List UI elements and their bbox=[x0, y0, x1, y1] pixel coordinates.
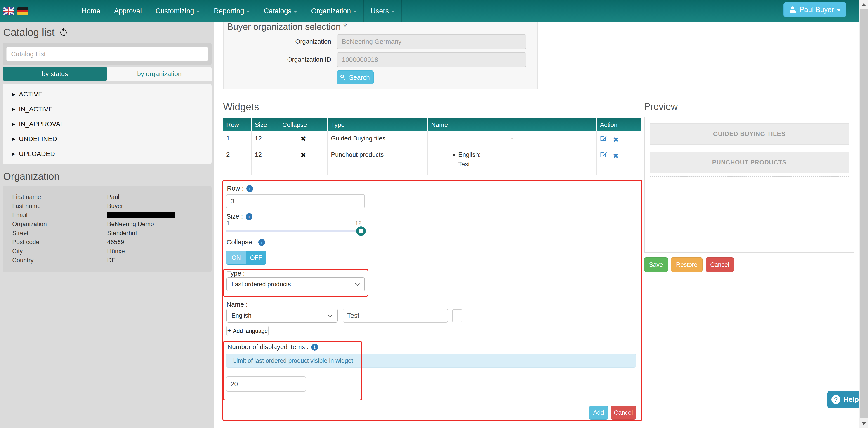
cell-action: ✖ bbox=[596, 147, 641, 175]
catalog-search-input[interactable] bbox=[6, 47, 208, 61]
buyer-organization-selection-panel: Buyer organization selection * Organizat… bbox=[223, 18, 538, 89]
info-icon[interactable]: i bbox=[246, 213, 252, 220]
edit-widget-button[interactable] bbox=[600, 135, 608, 144]
displayed-items-input[interactable]: 20 bbox=[226, 376, 306, 392]
org-row-post-code: Post code46569 bbox=[3, 238, 212, 246]
nav-items: Home Approval Customizing Reporting Cata… bbox=[74, 0, 402, 22]
save-button[interactable]: Save bbox=[644, 258, 668, 272]
table-row: 2 12 ✖ Punchout products English: Test ✖ bbox=[223, 147, 641, 175]
tab-by-status[interactable]: by status bbox=[3, 67, 107, 81]
nav-item-customizing[interactable]: Customizing bbox=[149, 0, 207, 22]
cell-name: English: Test bbox=[428, 147, 596, 175]
nav-item-approval[interactable]: Approval bbox=[107, 0, 149, 22]
size-slider-handle[interactable] bbox=[356, 226, 366, 236]
organization-label: Organization bbox=[223, 34, 331, 49]
name-language: English: bbox=[458, 151, 596, 158]
add-language-button[interactable]: + Add language bbox=[226, 326, 269, 336]
header-row: Row bbox=[223, 118, 251, 131]
caret-down-icon bbox=[837, 9, 841, 11]
german-flag-icon[interactable] bbox=[18, 7, 28, 15]
collapse-on-button[interactable]: ON bbox=[226, 251, 246, 264]
widgets-table: Row Size Collapse Type Name Action 1 12 … bbox=[223, 118, 641, 175]
preview-panel: GUIDED BUYING TILES PUNCHOUT PRODUCTS bbox=[644, 117, 854, 253]
remove-language-button[interactable]: − bbox=[452, 309, 463, 322]
cell-size: 12 bbox=[251, 131, 279, 147]
info-icon[interactable]: i bbox=[258, 239, 265, 246]
uk-flag-icon[interactable] bbox=[3, 7, 14, 15]
cell-row: 2 bbox=[223, 147, 251, 175]
redacted-email bbox=[107, 211, 176, 219]
caret-down-icon bbox=[246, 11, 250, 13]
scroll-down-button[interactable] bbox=[860, 419, 868, 428]
cell-size: 12 bbox=[251, 147, 279, 175]
arrow-up-icon bbox=[862, 3, 866, 6]
caret-down-icon bbox=[353, 11, 357, 13]
organization-panel: First namePaul Last nameBuyer Email Orga… bbox=[3, 186, 212, 272]
triangle-right-icon: ▶ bbox=[12, 106, 15, 112]
delete-widget-button[interactable]: ✖ bbox=[613, 136, 619, 144]
scroll-up-button[interactable] bbox=[860, 0, 868, 9]
restore-button[interactable]: Restore bbox=[671, 258, 703, 272]
caret-down-icon bbox=[293, 11, 297, 13]
org-row-city: CityHünxe bbox=[3, 246, 212, 256]
nav-item-organization[interactable]: Organization bbox=[304, 0, 364, 22]
language-select[interactable]: English bbox=[226, 308, 338, 323]
chevron-down-icon bbox=[328, 312, 333, 317]
caret-down-icon bbox=[196, 11, 200, 13]
header-type: Type bbox=[328, 118, 428, 131]
org-row-first-name: First namePaul bbox=[3, 192, 212, 201]
scrollbar-thumb[interactable] bbox=[860, 9, 868, 418]
header-name: Name bbox=[428, 118, 596, 131]
nav-item-catalogs[interactable]: Catalogs bbox=[257, 0, 304, 22]
status-item-in-active[interactable]: ▶IN_ACTIVE bbox=[3, 102, 212, 117]
collapse-off-button[interactable]: OFF bbox=[246, 251, 266, 264]
triangle-right-icon: ▶ bbox=[12, 121, 15, 127]
size-min-label: 1 bbox=[226, 220, 230, 227]
status-item-active[interactable]: ▶ACTIVE bbox=[3, 87, 212, 102]
edit-widget-button[interactable] bbox=[600, 151, 608, 160]
org-row-organization: OrganizationBeNeering Demo bbox=[3, 220, 212, 229]
organization-input-disabled: BeNeering Germany bbox=[337, 34, 526, 49]
cell-type: Guided Buying tiles bbox=[328, 131, 428, 147]
search-button[interactable]: Search bbox=[337, 70, 374, 85]
preview-punchout-products: PUNCHOUT PRODUCTS bbox=[650, 152, 849, 173]
status-item-undefined[interactable]: ▶UNDEFINED bbox=[3, 131, 212, 146]
type-select[interactable]: Last ordered products bbox=[226, 277, 365, 291]
widgets-title: Widgets bbox=[223, 101, 259, 112]
user-menu-button[interactable]: Paul Buyer bbox=[783, 2, 846, 17]
preview-guided-buying-tiles: GUIDED BUYING TILES bbox=[650, 123, 849, 144]
refresh-icon[interactable] bbox=[59, 28, 68, 38]
app-screen: Home Approval Customizing Reporting Cata… bbox=[0, 0, 868, 428]
info-icon[interactable]: i bbox=[246, 185, 253, 192]
cell-collapse: ✖ bbox=[279, 147, 328, 175]
status-item-uploaded[interactable]: ▶UPLOADED bbox=[3, 146, 212, 161]
catalog-list-title: Catalog list bbox=[3, 26, 55, 38]
nav-item-reporting[interactable]: Reporting bbox=[207, 0, 257, 22]
row-input[interactable]: 3 bbox=[226, 194, 365, 208]
cell-name: - bbox=[428, 131, 596, 147]
name-label: Name : bbox=[226, 301, 248, 308]
triangle-right-icon: ▶ bbox=[12, 92, 15, 97]
cancel-widget-button[interactable]: Cancel bbox=[611, 406, 636, 420]
collapse-x-icon: ✖ bbox=[301, 151, 306, 159]
caret-down-icon bbox=[391, 11, 395, 13]
size-slider-track[interactable] bbox=[226, 230, 362, 232]
organization-id-input-disabled: 1000000918 bbox=[337, 53, 526, 67]
row-label: Row : i bbox=[227, 185, 253, 192]
status-item-in-approval[interactable]: ▶IN_APPROVAL bbox=[3, 117, 212, 131]
header-collapse: Collapse bbox=[279, 118, 328, 131]
info-icon[interactable]: i bbox=[311, 344, 318, 351]
delete-widget-button[interactable]: ✖ bbox=[613, 152, 619, 160]
preview-title: Preview bbox=[644, 101, 678, 112]
add-widget-button[interactable]: Add bbox=[589, 406, 608, 420]
help-button[interactable]: ? Help bbox=[827, 391, 861, 408]
collapse-x-icon: ✖ bbox=[301, 135, 306, 142]
tab-by-organization[interactable]: by organization bbox=[107, 67, 212, 81]
type-label: Type : bbox=[227, 270, 245, 277]
name-input[interactable]: Test bbox=[343, 308, 448, 323]
name-text: Test bbox=[458, 158, 596, 168]
nav-item-home[interactable]: Home bbox=[74, 0, 107, 22]
cell-row: 1 bbox=[223, 131, 251, 147]
cancel-button[interactable]: Cancel bbox=[706, 258, 734, 272]
nav-item-users[interactable]: Users bbox=[364, 0, 402, 22]
